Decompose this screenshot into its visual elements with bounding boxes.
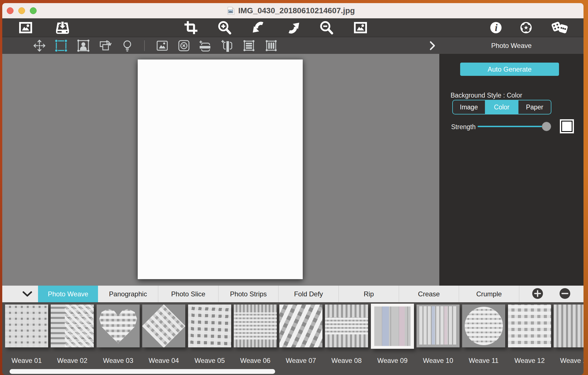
svg-text:i: i (495, 22, 498, 33)
